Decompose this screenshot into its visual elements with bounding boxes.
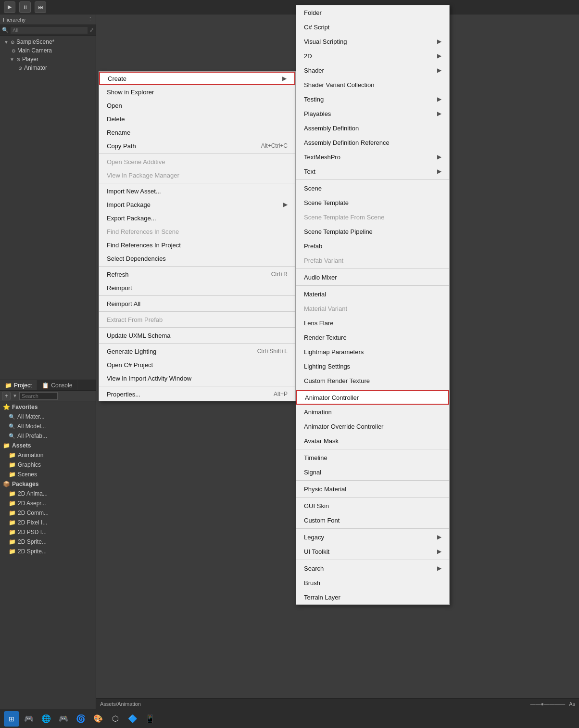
menu-item-physic-material[interactable]: Physic Material [296, 482, 449, 496]
tree-item-player[interactable]: ▼ ⊙ Player [0, 55, 96, 64]
menu-item-reimport[interactable]: Reimport [99, 281, 295, 294]
menu-item-custom-font[interactable]: Custom Font [296, 513, 449, 527]
play-button[interactable]: ▶ [4, 1, 15, 13]
menu-item-testing[interactable]: Testing ▶ [296, 92, 449, 106]
menu-item-assembly-def-ref[interactable]: Assembly Definition Reference [296, 135, 449, 150]
tab-project[interactable]: 📁 Project [0, 380, 37, 390]
unity3-icon[interactable]: 🔷 [125, 711, 140, 727]
hierarchy-search-input[interactable] [11, 27, 88, 34]
pkg-2d-asepr[interactable]: 📁 2D Asepr... [0, 498, 96, 508]
menu-item-update-uxml[interactable]: Update UXML Schema [99, 329, 295, 342]
tab-console[interactable]: 📋 Console [37, 380, 77, 390]
menu-item-csharp-script[interactable]: C# Script [296, 20, 449, 34]
menu-item-find-refs-project[interactable]: Find References In Project [99, 238, 295, 252]
unity-icon[interactable]: 🎮 [21, 711, 37, 727]
menu-item-shader[interactable]: Shader ▶ [296, 63, 449, 77]
figma-icon[interactable]: 🎨 [90, 711, 106, 727]
menu-item-terrain-layer[interactable]: Terrain Layer [296, 590, 449, 604]
add-button[interactable]: + [2, 392, 11, 400]
menu-item-create[interactable]: Create ▶ [99, 72, 295, 85]
menu-item-import-asset[interactable]: Import New Asset... [99, 184, 295, 198]
menu-item-search[interactable]: Search ▶ [296, 561, 449, 575]
menu-item-label: Playables [304, 110, 331, 117]
favorites-all-models[interactable]: 🔍 All Model... [0, 421, 96, 431]
menu-item-audio-mixer[interactable]: Audio Mixer [296, 270, 449, 284]
menu-item-shader-variant[interactable]: Shader Variant Collection [296, 77, 449, 92]
menu-item-properties[interactable]: Properties... Alt+P [99, 387, 295, 401]
pkg-2d-sprite2[interactable]: 📁 2D Sprite... [0, 547, 96, 556]
menu-item-refresh[interactable]: Refresh Ctrl+R [99, 268, 295, 281]
favorites-all-materials[interactable]: 🔍 All Mater... [0, 412, 96, 421]
menu-item-scene-template[interactable]: Scene Template [296, 195, 449, 210]
menu-item-import-package[interactable]: Import Package ▶ [99, 198, 295, 211]
menu-item-rename[interactable]: Rename [99, 126, 295, 139]
assets-scenes[interactable]: 📁 Scenes [0, 470, 96, 479]
menu-item-scene-template-pipeline[interactable]: Scene Template Pipeline [296, 224, 449, 239]
menu-item-text[interactable]: Text ▶ [296, 164, 449, 179]
favorites-all-prefabs[interactable]: 🔍 All Prefab... [0, 431, 96, 441]
assets-animation[interactable]: 📁 Animation [0, 450, 96, 460]
unity2-icon[interactable]: ⬡ [108, 711, 123, 727]
menu-item-timeline[interactable]: Timeline [296, 450, 449, 465]
menu-item-visual-scripting[interactable]: Visual Scripting ▶ [296, 34, 449, 49]
menu-item-reimport-all[interactable]: Reimport All [99, 297, 295, 310]
packages-header[interactable]: 📦 Packages [0, 479, 96, 489]
menu-item-animation[interactable]: Animation [296, 405, 449, 419]
pkg-2d-comm[interactable]: 📁 2D Comm... [0, 508, 96, 518]
tree-item-animator[interactable]: ⊙ Animator [0, 64, 96, 72]
submenu-arrow: ▶ [437, 565, 441, 572]
zoom-slider[interactable]: ——●———— [530, 701, 566, 707]
dropdown-icon[interactable]: ▼ [13, 393, 17, 398]
edge-icon[interactable]: 🌀 [73, 711, 88, 727]
pkg-2d-sprite1[interactable]: 📁 2D Sprite... [0, 537, 96, 547]
pkg-2d-psd[interactable]: 📁 2D PSD I... [0, 527, 96, 537]
menu-item-lightmap-params[interactable]: Lightmap Parameters [296, 345, 449, 359]
hierarchy-menu-icon[interactable]: ⋮ [88, 16, 93, 23]
menu-item-legacy[interactable]: Legacy ▶ [296, 530, 449, 544]
pkg-2d-anima[interactable]: 📁 2D Anima... [0, 489, 96, 498]
menu-item-prefab[interactable]: Prefab [296, 239, 449, 253]
menu-item-brush[interactable]: Brush [296, 575, 449, 590]
item-label: 2D Anima... [18, 490, 48, 497]
menu-item-open[interactable]: Open [99, 99, 295, 112]
menu-item-animator-controller[interactable]: Animator Controller [296, 390, 449, 405]
menu-item-2d[interactable]: 2D ▶ [296, 49, 449, 63]
xbox-icon[interactable]: 🎮 [56, 711, 71, 727]
menu-item-view-import[interactable]: View in Import Activity Window [99, 371, 295, 385]
step-button[interactable]: ⏭ [35, 1, 46, 13]
menu-item-delete[interactable]: Delete [99, 112, 295, 126]
menu-item-animator-override[interactable]: Animator Override Controller [296, 419, 449, 434]
menu-item-assembly-def[interactable]: Assembly Definition [296, 121, 449, 135]
menu-item-playables[interactable]: Playables ▶ [296, 106, 449, 121]
pkg-2d-pixel[interactable]: 📁 2D Pixel I... [0, 518, 96, 527]
menu-item-signal[interactable]: Signal [296, 465, 449, 479]
menu-item-textmeshpro[interactable]: TextMeshPro ▶ [296, 150, 449, 164]
menu-item-lens-flare[interactable]: Lens Flare [296, 316, 449, 330]
menu-item-open-csharp[interactable]: Open C# Project [99, 358, 295, 371]
menu-item-folder[interactable]: Folder [296, 5, 449, 20]
tree-item-samplescene[interactable]: ▼ ⊙ SampleScene* [0, 38, 96, 46]
menu-item-material[interactable]: Material [296, 287, 449, 301]
menu-item-ui-toolkit[interactable]: UI Toolkit ▶ [296, 544, 449, 559]
pause-button[interactable]: ⏸ [19, 1, 31, 13]
menu-item-avatar-mask[interactable]: Avatar Mask [296, 434, 449, 448]
favorites-header[interactable]: ⭐ Favorites [0, 402, 96, 412]
app-icon[interactable]: 📱 [142, 711, 158, 727]
menu-item-render-texture[interactable]: Render Texture [296, 330, 449, 345]
project-search-input[interactable] [19, 392, 58, 400]
menu-item-lighting-settings[interactable]: Lighting Settings [296, 359, 449, 373]
menu-item-show-explorer[interactable]: Show in Explorer [99, 85, 295, 99]
menu-item-generate-lighting[interactable]: Generate Lighting Ctrl+Shift+L [99, 345, 295, 358]
menu-item-scene[interactable]: Scene [296, 181, 449, 195]
menu-item-custom-render-texture[interactable]: Custom Render Texture [296, 373, 449, 388]
menu-item-copy-path[interactable]: Copy Path Alt+Ctrl+C [99, 139, 295, 153]
menu-item-select-deps[interactable]: Select Dependencies [99, 252, 295, 265]
globe-icon[interactable]: 🌐 [38, 711, 54, 727]
menu-item-export-package[interactable]: Export Package... [99, 211, 295, 225]
menu-item-gui-skin[interactable]: GUI Skin [296, 498, 449, 513]
tree-item-maincamera[interactable]: ⊙ Main Camera [0, 46, 96, 55]
hierarchy-expand-icon[interactable]: ⤢ [89, 27, 94, 33]
windows-icon[interactable]: ⊞ [4, 711, 19, 727]
assets-header[interactable]: 📁 Assets [0, 441, 96, 450]
assets-graphics[interactable]: 📁 Graphics [0, 460, 96, 470]
